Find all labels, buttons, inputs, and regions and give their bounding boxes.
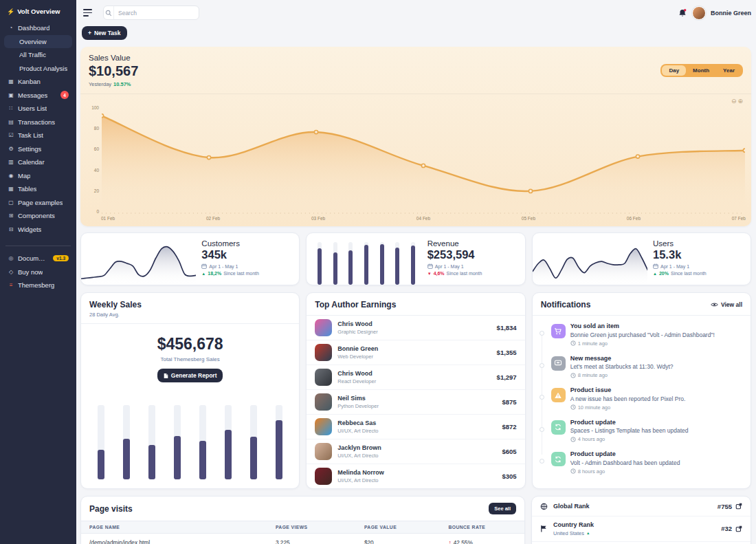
clock-icon — [570, 340, 576, 346]
sidebar-item-map[interactable]: ◉ Map — [4, 169, 72, 183]
notification-item[interactable]: Product update Spaces - Listings Templat… — [538, 415, 744, 447]
page-visits-title: Page visits — [89, 504, 133, 514]
notification-item[interactable]: Product update Volt - Admin Dashboard ha… — [538, 446, 744, 479]
x-tick: 02 Feb — [206, 216, 220, 221]
sidebar-item-tables[interactable]: ▦ Tables — [4, 182, 72, 196]
author-avatar — [315, 344, 332, 361]
sales-meta: Yesterday10.57% — [89, 81, 138, 87]
notification-item[interactable]: You sold an item Bonnie Green just purch… — [538, 318, 744, 351]
author-name: Chris Wood — [337, 370, 376, 377]
author-row[interactable]: Chris Wood Graphic Designer $1,834 — [307, 316, 524, 340]
user-name[interactable]: Bonnie Green — [711, 10, 751, 17]
sidebar-item-themesberg[interactable]: ≡ Themesberg — [4, 279, 72, 292]
page-icon: ▢ — [8, 199, 14, 206]
sidebar-item-dashboard[interactable]: ◔ Dashboard — [4, 21, 72, 35]
notification-description: Spaces - Listings Template has been upda… — [570, 427, 689, 434]
sidebar-item-label: All Traffic — [19, 51, 46, 58]
generate-report-button[interactable]: Generate Report — [157, 369, 223, 382]
customers-date-range: Apr 1 - May 1 — [201, 263, 292, 269]
sidebar-item-kanban[interactable]: ▦ Kanban — [4, 75, 72, 89]
bar — [148, 405, 155, 479]
notification-time-text: 4 hours ago — [578, 436, 605, 442]
view-all-button[interactable]: View all — [711, 301, 742, 308]
notification-time: 10 minute ago — [570, 404, 686, 411]
range-year-button[interactable]: Year — [716, 65, 742, 76]
hamburger-menu-icon[interactable] — [83, 9, 92, 16]
author-row[interactable]: Neil Sims Python Developer $875 — [307, 390, 524, 415]
pie-icon: ◔ — [8, 25, 14, 31]
bar — [225, 405, 232, 479]
sidebar-item-page-examples[interactable]: ▢ Page examples — [4, 196, 72, 210]
sales-header: Sales Value $10,567 Yesterday10.57% Day … — [80, 47, 751, 94]
sidebar-item-overview[interactable]: Overview — [4, 35, 72, 49]
sidebar-item-users-list[interactable]: ∷ Users List — [4, 102, 72, 116]
ranks-list: Global Rank #755 Country Rank United Sta… — [532, 497, 751, 544]
users-delta-note: Since last month — [671, 271, 707, 276]
sidebar-item-label: Components — [18, 212, 55, 219]
bar — [348, 242, 353, 285]
topbar-right: Bonnie Green — [678, 6, 751, 20]
topbar: Bonnie Green — [80, 6, 751, 20]
revenue-delta: ▼ 4,6% Since last month — [427, 271, 518, 276]
customers-delta-value: 18,2% — [208, 271, 221, 276]
sidebar-item-buy-now[interactable]: ◇ Buy now — [4, 265, 72, 279]
sidebar-item-product-analysis[interactable]: Product Analysis — [4, 62, 72, 76]
notifications-title: Notifications — [541, 300, 591, 309]
see-all-button[interactable]: See all — [489, 503, 516, 514]
page-visit-row[interactable]: /demo/admin/index.html 3,225 $20 ↑42,55% — [81, 534, 524, 544]
sidebar-item-documentation[interactable]: ◎ Documentation v1.3 — [4, 252, 72, 265]
notification-title: Product update — [570, 450, 680, 457]
range-day-button[interactable]: Day — [662, 65, 686, 76]
sidebar-item-transactions[interactable]: ▤ Transactions — [4, 116, 72, 129]
brand[interactable]: ⚡ Volt Overview — [4, 5, 72, 21]
components-icon: ⊞ — [8, 213, 14, 219]
notification-item[interactable]: New message Let's meet at Starbucks at 1… — [538, 351, 744, 383]
author-row[interactable]: Bonnie Green Web Developer $1,355 — [307, 340, 524, 365]
author-row[interactable]: Melinda Norrow UI/UX, Art Directo $305 — [307, 464, 524, 488]
notification-time: 1 minute ago — [570, 340, 715, 347]
sidebar-item-messages[interactable]: ▣ Messages 4 — [4, 89, 72, 102]
users-card: Users 15.3k Apr 1 - May 1 ▲ 20% Since la… — [532, 232, 751, 285]
trend-up-icon: ▲ — [201, 272, 205, 276]
search-input[interactable] — [114, 10, 199, 17]
caret-up-icon: ▲ — [586, 531, 590, 535]
author-role: UI/UX, Art Directo — [337, 453, 381, 459]
sales-period-label: Yesterday — [89, 81, 111, 87]
bar — [318, 242, 322, 285]
rank-value: #755 — [718, 503, 732, 510]
view-all-label: View all — [721, 301, 742, 308]
sidebar-item-settings[interactable]: ⚙ Settings — [4, 142, 72, 156]
customers-title: Customers — [201, 239, 292, 248]
external-link-icon[interactable] — [735, 503, 742, 510]
y-tick: 40 — [87, 168, 99, 173]
author-row[interactable]: Rebbeca Sas UI/UX, Art Directo $872 — [307, 415, 524, 439]
rank-value: #32 — [721, 525, 732, 532]
clipboard-icon: ☑ — [8, 132, 14, 138]
bounce-arrow-icon: ↑ — [448, 539, 451, 544]
zoom-in-icon[interactable]: ⊕ — [737, 98, 744, 105]
bell-icon[interactable] — [678, 8, 687, 18]
column-page-value: Page value — [356, 521, 441, 534]
author-role: UI/UX, Art Directo — [337, 428, 378, 434]
sidebar-item-label: Task List — [18, 131, 43, 139]
sidebar-item-task-list[interactable]: ☑ Task List — [4, 129, 72, 142]
sidebar-item-components[interactable]: ⊞ Components — [4, 209, 72, 223]
notification-item[interactable]: Product issue A new issue has been repor… — [538, 382, 744, 415]
bar — [364, 242, 368, 285]
user-avatar[interactable] — [692, 6, 706, 20]
external-link-icon[interactable] — [735, 525, 742, 532]
notification-description: Let's meet at Starbucks at 11:30. Wdyt? — [570, 363, 674, 370]
sidebar-item-widgets[interactable]: ⊟ Widgets — [4, 223, 72, 237]
range-month-button[interactable]: Month — [686, 65, 716, 76]
sales-chart-plot — [102, 105, 745, 214]
sidebar-item-label: Overview — [19, 38, 47, 45]
notification-title: You sold an item — [570, 323, 715, 329]
refresh-icon — [551, 420, 566, 435]
author-amount: $872 — [502, 423, 517, 431]
sidebar-item-calendar[interactable]: ▥ Calendar — [4, 155, 72, 169]
sidebar-item-all-traffic[interactable]: All Traffic — [4, 48, 72, 62]
y-tick: 100 — [87, 105, 99, 110]
author-row[interactable]: Chris Wood React Developer $1,297 — [307, 365, 524, 390]
new-task-button[interactable]: + New Task — [82, 26, 127, 40]
author-row[interactable]: Jacklyn Brown UI/UX, Art Directo $605 — [307, 439, 524, 464]
